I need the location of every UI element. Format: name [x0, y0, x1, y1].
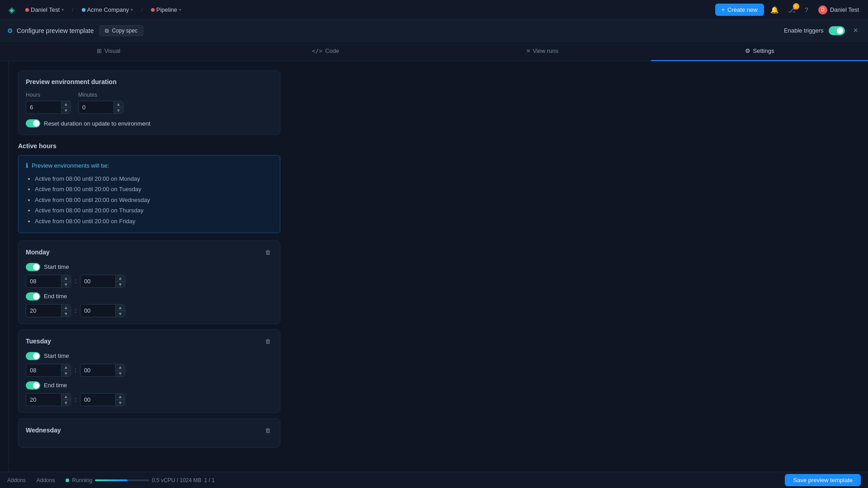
wednesday-title: Wednesday: [26, 427, 61, 434]
create-new-button[interactable]: + Create new: [715, 4, 764, 16]
monday-start-min-down[interactable]: ▼: [116, 282, 125, 287]
minutes-label: Minutes: [78, 92, 123, 98]
active-hours-section: Active hours ℹ Preview environments will…: [18, 142, 280, 448]
preview-duration-section: Preview environment duration Hours ▲ ▼ M…: [18, 70, 280, 135]
minutes-down-button[interactable]: ▼: [114, 108, 123, 113]
monday-end-toggle[interactable]: [26, 292, 40, 300]
monday-end-min-up[interactable]: ▲: [116, 305, 125, 310]
tuesday-delete-button[interactable]: 🗑: [263, 336, 273, 347]
schedule-item-1: Active from 08:00 until 20:00 on Tuesday: [35, 184, 273, 194]
hours-input[interactable]: [26, 101, 61, 113]
monday-delete-button[interactable]: 🗑: [263, 247, 273, 258]
tuesday-end-toggle[interactable]: [26, 381, 40, 389]
monday-start-hour-input[interactable]: [26, 275, 61, 287]
tuesday-start-hour-down[interactable]: ▼: [61, 371, 71, 376]
help-button[interactable]: ?: [802, 4, 811, 15]
monday-start-min-up[interactable]: ▲: [116, 275, 125, 281]
wednesday-delete-button[interactable]: 🗑: [263, 425, 273, 436]
tuesday-start-hour-input[interactable]: [26, 364, 61, 376]
tuesday-start-label: Start time: [44, 352, 69, 359]
hours-up-button[interactable]: ▲: [61, 101, 71, 107]
notifications-button[interactable]: 🔔: [768, 4, 782, 16]
tuesday-header: Tuesday 🗑: [26, 336, 273, 347]
minutes-input-wrap: ▲ ▼: [78, 101, 123, 114]
page-label: 1 / 1: [204, 477, 215, 483]
workspace-dot-3: [151, 8, 155, 12]
monday-end-min-down[interactable]: ▼: [116, 311, 125, 317]
tuesday-start-min-down[interactable]: ▼: [116, 371, 125, 376]
tuesday-end-min-up[interactable]: ▲: [116, 394, 125, 399]
modal-title-row: ⚙ Configure preview template: [7, 27, 94, 34]
workspace-acme[interactable]: Acme Company ▾: [78, 5, 137, 15]
monday-end-time-row: ▲ ▼ : ▲ ▼: [26, 304, 273, 317]
close-button[interactable]: ×: [850, 25, 861, 36]
monday-header: Monday 🗑: [26, 247, 273, 258]
reset-duration-label: Reset duration on update to environment: [44, 120, 151, 127]
tuesday-start-min-input[interactable]: [80, 364, 115, 376]
tab-view-runs[interactable]: ≡ View runs: [434, 42, 651, 61]
tuesday-end-hour-down[interactable]: ▼: [61, 400, 71, 406]
monday-end-hour-down[interactable]: ▼: [61, 311, 71, 317]
minutes-input[interactable]: [79, 101, 113, 113]
tuesday-end-hour-input[interactable]: [26, 394, 61, 406]
bottom-bar: Addons Addons Running 0.5 vCPU / 1024 MB…: [0, 472, 868, 488]
monday-start-toggle[interactable]: [26, 263, 40, 271]
schedule-item-0: Active from 08:00 until 20:00 on Monday: [35, 174, 273, 184]
tuesday-end-hour-up[interactable]: ▲: [61, 394, 71, 399]
hours-spinners: ▲ ▼: [61, 101, 71, 113]
monday-end-hour-wrap: ▲ ▼: [26, 304, 71, 317]
settings-icon: ⚙: [745, 47, 750, 54]
monday-section: Monday 🗑 Start time ▲ ▼: [18, 240, 280, 324]
modal-title: Configure preview template: [17, 27, 94, 34]
code-icon: </>: [312, 47, 322, 54]
tuesday-end-min-input[interactable]: [80, 394, 115, 406]
workspace-daniel[interactable]: Daniel Test ▾: [22, 5, 67, 15]
content-area: Preview environment duration Hours ▲ ▼ M…: [9, 61, 448, 472]
question-icon: ?: [805, 6, 808, 14]
tuesday-section: Tuesday 🗑 Start time ▲ ▼: [18, 329, 280, 413]
tab-bar: ⊞ Visual </> Code ≡ View runs ⚙ Settings: [0, 42, 868, 61]
schedule-item-2: Active from 08:00 until 20:00 on Wednesd…: [35, 195, 273, 205]
monday-end-hour-input[interactable]: [26, 305, 61, 317]
monday-start-hour-wrap: ▲ ▼: [26, 275, 71, 288]
tab-code[interactable]: </> Code: [217, 42, 434, 61]
monday-start-min-input[interactable]: [80, 275, 115, 287]
enable-triggers-toggle[interactable]: [829, 26, 845, 35]
tab-visual[interactable]: ⊞ Visual: [0, 42, 217, 61]
main-layout: Preview environment duration Hours ▲ ▼ M…: [0, 61, 868, 472]
tuesday-title: Tuesday: [26, 338, 51, 345]
tab-settings[interactable]: ⚙ Settings: [651, 42, 868, 61]
tuesday-start-toggle[interactable]: [26, 352, 40, 360]
wednesday-section: Wednesday 🗑: [18, 418, 280, 448]
app-logo: ◈: [5, 4, 18, 16]
tuesday-start-hour-up[interactable]: ▲: [61, 364, 71, 370]
tuesday-start-min-wrap: ▲ ▼: [80, 364, 125, 377]
workspace-label-2: Acme Company: [87, 6, 129, 13]
left-sidebar: [0, 61, 9, 472]
running-status: Running 0.5 vCPU / 1024 MB 1 / 1: [66, 477, 214, 483]
monday-start-hour-down[interactable]: ▼: [61, 282, 71, 287]
tuesday-end-toggle-row: End time: [26, 381, 273, 389]
user-menu[interactable]: D Daniel Test: [815, 4, 863, 16]
git-button[interactable]: ⎇ 1: [785, 4, 798, 16]
running-dot: [66, 479, 69, 482]
hours-down-button[interactable]: ▼: [61, 108, 71, 113]
copy-spec-button[interactable]: ⧉ Copy spec: [99, 25, 143, 36]
tuesday-start-min-up[interactable]: ▲: [116, 364, 125, 370]
right-panel: [448, 61, 868, 472]
workspace-pipeline[interactable]: Pipeline ▾: [147, 5, 185, 15]
monday-end-hour-up[interactable]: ▲: [61, 305, 71, 310]
monday-end-min-input[interactable]: [80, 305, 115, 317]
minutes-up-button[interactable]: ▲: [114, 101, 123, 107]
nav-separator-2: /: [141, 6, 143, 13]
monday-start-hour-up[interactable]: ▲: [61, 275, 71, 281]
copy-icon: ⧉: [105, 28, 109, 34]
monday-start-min-wrap: ▲ ▼: [80, 275, 125, 288]
save-preview-button[interactable]: Save preview template: [785, 474, 861, 486]
monday-start-label: Start time: [44, 263, 69, 270]
tuesday-start-hour-wrap: ▲ ▼: [26, 364, 71, 377]
tuesday-start-toggle-row: Start time: [26, 352, 273, 360]
hours-group: Hours ▲ ▼: [26, 92, 71, 114]
tuesday-end-min-down[interactable]: ▼: [116, 400, 125, 406]
reset-duration-toggle[interactable]: [26, 119, 40, 127]
